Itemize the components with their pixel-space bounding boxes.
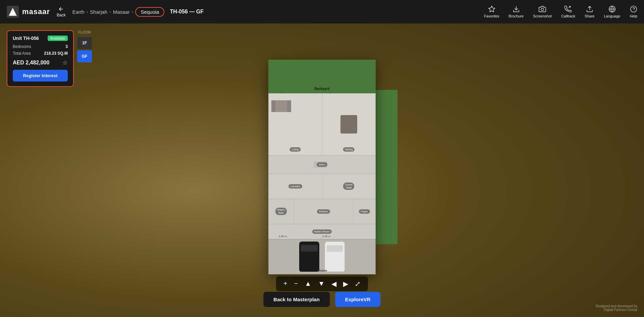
dining-label: Dining bbox=[343, 147, 355, 152]
dim-210: 2.10 m bbox=[263, 182, 266, 190]
floor-selector: FLOOR 1F GF bbox=[77, 30, 92, 62]
callback-label: Callback bbox=[561, 14, 575, 18]
dim-260-carpark: 2.60 m bbox=[279, 235, 287, 238]
language-label: Language bbox=[604, 14, 620, 18]
screenshot-button[interactable]: Screenshot bbox=[533, 5, 552, 18]
floor-1f-button[interactable]: 1F bbox=[77, 37, 92, 49]
footer-credit: Designed and developed by Digital Partne… bbox=[596, 304, 637, 312]
carpark-section: 2.60 m 2.65 m Carpark bbox=[268, 239, 376, 274]
dim-410-line: 4.10 m bbox=[261, 94, 268, 155]
main-content: Unit TH-056 Available Bedrooms 3 Total A… bbox=[0, 23, 644, 317]
car-windshield-2 bbox=[327, 245, 343, 252]
bedrooms-label: Bedrooms bbox=[13, 44, 31, 49]
brochure-icon bbox=[513, 5, 520, 13]
dim-550-line: 5.50 m bbox=[376, 94, 383, 155]
favorite-star-button[interactable]: ☆ bbox=[62, 59, 68, 66]
white-car bbox=[325, 242, 345, 272]
sofa-arm-left bbox=[271, 100, 275, 112]
breadcrumb: Earth › Sharjah › Masaar › Sequoia TH-05… bbox=[72, 7, 484, 17]
svg-point-4 bbox=[541, 8, 543, 10]
pan-up-button[interactable]: ▲ bbox=[303, 279, 313, 288]
footer-designed-by: Designed and developed by bbox=[596, 304, 637, 308]
dining-table bbox=[340, 115, 357, 134]
breadcrumb-sequoia[interactable]: Sequoia bbox=[135, 7, 164, 17]
dark-car bbox=[299, 242, 319, 272]
living-label: Living bbox=[290, 147, 301, 152]
dining-room: Dining bbox=[322, 94, 376, 155]
share-button[interactable]: Share bbox=[585, 5, 594, 18]
breadcrumb-earth[interactable]: Earth bbox=[72, 9, 85, 15]
back-button[interactable]: Back bbox=[57, 6, 66, 17]
stairs-section: Stairs bbox=[268, 155, 376, 174]
callback-button[interactable]: Callback bbox=[561, 5, 575, 18]
unit-info-panel: Unit TH-056 Available Bedrooms 3 Total A… bbox=[7, 30, 74, 87]
pan-right-button[interactable]: ▶ bbox=[341, 279, 350, 288]
explore-vr-button[interactable]: ExploreVR bbox=[335, 292, 381, 307]
sofa-arm-right bbox=[287, 100, 291, 112]
nav-actions: Favorites Brochure Screenshot Callback bbox=[484, 5, 637, 18]
zoom-in-button[interactable]: + bbox=[281, 279, 289, 288]
help-label: Help bbox=[630, 14, 637, 18]
screenshot-icon bbox=[539, 5, 546, 13]
bedrooms-row: Bedrooms 3 bbox=[13, 44, 68, 49]
pan-down-button[interactable]: ▼ bbox=[316, 279, 327, 288]
register-interest-button[interactable]: Register Interest bbox=[13, 70, 68, 82]
maids-room-label: Maid's Room bbox=[312, 229, 332, 234]
floor-selector-label: FLOOR bbox=[77, 30, 92, 34]
laundry-label: Laundry bbox=[288, 184, 302, 189]
guest-toilet-room: GuestToilet bbox=[322, 174, 376, 199]
help-icon bbox=[630, 5, 637, 13]
foyer-room: Foyer bbox=[354, 199, 375, 224]
dim-550: 5.50 m bbox=[378, 120, 381, 128]
backyard-label: Backyard bbox=[314, 87, 329, 91]
stair-line bbox=[314, 167, 327, 167]
dim-265-carpark: 2.65 m bbox=[322, 235, 330, 238]
floor-gf-button[interactable]: GF bbox=[77, 50, 92, 62]
dim-370-line: 3.70 m bbox=[376, 199, 383, 224]
favorites-icon bbox=[488, 5, 495, 13]
bottom-actions: Back to Masterplan ExploreVR bbox=[263, 292, 380, 307]
brochure-label: Brochure bbox=[509, 14, 524, 18]
living-room: Living bbox=[269, 94, 322, 155]
carpark-label: Carpark bbox=[317, 269, 327, 272]
breadcrumb-sep-3: › bbox=[132, 9, 133, 14]
kitchen-label: Kitchen bbox=[317, 209, 330, 214]
laundry-room: Laundry bbox=[269, 174, 322, 199]
maids-bath: Maid'sBath bbox=[269, 199, 294, 224]
share-label: Share bbox=[585, 14, 594, 18]
language-icon bbox=[608, 5, 616, 13]
price-row: AED 2,482,000 ☆ bbox=[13, 59, 68, 66]
masaar-logo-icon bbox=[7, 6, 19, 18]
fullscreen-button[interactable]: ⤢ bbox=[353, 279, 363, 288]
lower-rooms: 1.60 m 3.70 m Maid'sBath Kitchen Foyer bbox=[268, 199, 376, 224]
dim-160b-line: 1.60 m bbox=[261, 224, 268, 239]
unit-header: Unit TH-056 Available bbox=[13, 36, 68, 41]
area-label: Total Area bbox=[13, 51, 31, 56]
brochure-button[interactable]: Brochure bbox=[509, 5, 524, 18]
language-button[interactable]: Language bbox=[604, 5, 620, 18]
pan-left-button[interactable]: ◀ bbox=[329, 279, 338, 288]
unit-id: Unit TH-056 bbox=[13, 36, 39, 41]
mid-rooms: 2.10 m 1.20 m Laundry GuestToilet bbox=[268, 174, 376, 199]
dim-410: 4.10 m bbox=[263, 120, 266, 128]
help-button[interactable]: Help bbox=[630, 5, 637, 18]
dim-370: 3.70 m bbox=[378, 207, 381, 215]
breadcrumb-sep-2: › bbox=[109, 9, 111, 14]
back-to-masterplan-button[interactable]: Back to Masterplan bbox=[263, 292, 330, 307]
dim-120-line: 1.20 m bbox=[376, 174, 383, 199]
floorplan-container: Backyard 4.00 m 2.60 m 4.10 m 5.50 m bbox=[268, 60, 376, 274]
dim-160b: 1.60 m bbox=[263, 227, 266, 235]
logo-area: masaar bbox=[7, 6, 50, 18]
breadcrumb-masaar[interactable]: Masaar bbox=[113, 9, 130, 15]
breadcrumb-sharjah[interactable]: Sharjah bbox=[90, 9, 107, 15]
guest-toilet-label: GuestToilet bbox=[343, 182, 354, 190]
backyard-section: Backyard bbox=[268, 60, 376, 93]
car-windshield bbox=[301, 245, 318, 252]
unit-title: TH-056 — GF bbox=[170, 9, 203, 15]
share-icon bbox=[586, 5, 593, 13]
favorites-button[interactable]: Favorites bbox=[484, 5, 499, 18]
zoom-out-button[interactable]: − bbox=[292, 279, 300, 288]
dim-120: 1.20 m bbox=[378, 182, 381, 190]
floorplan-controls: + − ▲ ▼ ◀ ▶ ⤢ bbox=[276, 276, 368, 291]
carpark-cars: Carpark bbox=[269, 240, 375, 274]
